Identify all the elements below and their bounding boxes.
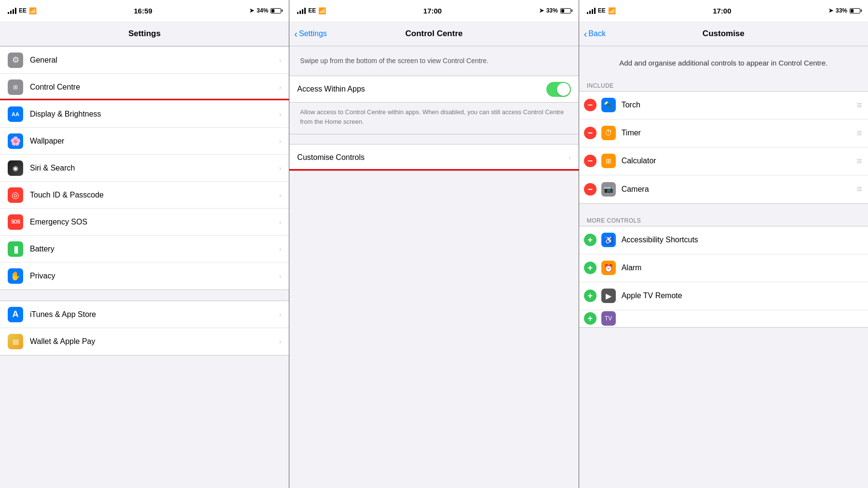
settings-list: ⚙ General › ⊞ Control Centre › AA Displa… — [0, 46, 289, 488]
status-left-1: EE 📶 — [8, 7, 37, 14]
location-icon-1: ➤ — [249, 7, 254, 14]
control-centre-label: Control Centre — [30, 83, 279, 92]
location-icon-2: ➤ — [539, 7, 544, 14]
wallet-label: Wallet & Apple Pay — [30, 337, 279, 346]
status-bar-2: EE 📶 17:00 ➤ 33% — [289, 0, 578, 21]
signal-icon-3 — [587, 7, 596, 14]
cc-back-label[interactable]: Settings — [299, 29, 327, 38]
appletv-add-btn[interactable]: + — [584, 290, 597, 302]
access-within-apps-toggle[interactable] — [546, 82, 571, 97]
appletv-icon: ▶ — [601, 289, 616, 303]
camera-remove-btn[interactable]: − — [584, 183, 597, 196]
status-bar-1: EE 📶 16:59 ➤ 34% — [0, 0, 289, 21]
status-bar-3: EE 📶 17:00 ➤ 33% — [579, 0, 868, 21]
accessibility-add-btn[interactable]: + — [584, 234, 597, 246]
cc-title: Control Centre — [405, 29, 462, 39]
siri-icon: ◉ — [8, 160, 23, 176]
back-chevron-3: ‹ — [584, 29, 587, 39]
timer-drag-handle[interactable]: ≡ — [856, 128, 862, 139]
settings-row-siri[interactable]: ◉ Siri & Search › — [0, 155, 289, 182]
general-chevron: › — [279, 56, 282, 64]
timer-label: Timer — [622, 129, 857, 137]
camera-drag-handle[interactable]: ≡ — [856, 184, 862, 195]
calculator-drag-handle[interactable]: ≡ — [856, 156, 862, 167]
cust-back-label[interactable]: Back — [588, 29, 606, 38]
signal-icon-2 — [297, 7, 306, 14]
cust-title: Customise — [703, 29, 745, 39]
back-chevron-2: ‹ — [294, 29, 298, 39]
siri-chevron: › — [279, 164, 282, 172]
calculator-remove-btn[interactable]: − — [584, 155, 597, 167]
carrier-3: EE — [598, 7, 606, 14]
settings-group-1: ⚙ General › ⊞ Control Centre › AA Displa… — [0, 46, 289, 290]
status-right-2: ➤ 33% — [539, 7, 571, 14]
settings-row-display[interactable]: AA Display & Brightness › — [0, 101, 289, 128]
timer-remove-btn[interactable]: − — [584, 127, 597, 139]
cc-customise-chevron: › — [569, 154, 571, 161]
wallpaper-label: Wallpaper — [30, 137, 279, 145]
control-centre-chevron: › — [279, 83, 282, 91]
cc-nav: ‹ Settings Control Centre — [289, 21, 578, 46]
cust-back-button[interactable]: ‹ Back — [584, 29, 606, 39]
status-right-3: ➤ 33% — [828, 7, 860, 14]
privacy-label: Privacy — [30, 272, 279, 280]
battery-icon-1 — [271, 8, 281, 13]
battery-icon-2 — [560, 8, 571, 13]
time-1: 16:59 — [134, 7, 152, 15]
privacy-chevron: › — [279, 272, 282, 280]
settings-row-wallet[interactable]: ▤ Wallet & Apple Pay › — [0, 328, 289, 355]
settings-row-privacy[interactable]: ✋ Privacy › — [0, 263, 289, 290]
cust-description: Add and organise additional controls to … — [579, 46, 868, 79]
torch-remove-btn[interactable]: − — [584, 99, 597, 111]
cc-customise-row[interactable]: Customise Controls › — [289, 144, 578, 171]
settings-row-itunes[interactable]: A iTunes & App Store › — [0, 301, 289, 328]
cc-description: Swipe up from the bottom of the screen t… — [289, 46, 578, 76]
settings-row-control-centre[interactable]: ⊞ Control Centre › — [0, 74, 289, 101]
partial-add-btn[interactable]: + — [584, 312, 597, 325]
wallpaper-chevron: › — [279, 137, 282, 145]
carrier-2: EE — [308, 7, 316, 14]
control-centre-screen: EE 📶 17:00 ➤ 33% ‹ Settings Control Cent… — [289, 0, 579, 488]
touchid-chevron: › — [279, 191, 282, 199]
status-left-2: EE 📶 — [297, 7, 326, 14]
settings-row-battery[interactable]: ▮ Battery › — [0, 236, 289, 263]
camera-icon: 📷 — [601, 182, 616, 197]
included-group: − 🔦 Torch ≡ − ⏱ Timer ≡ − ⊞ Calculator ≡ — [579, 91, 868, 204]
cc-toggle-block: Access Within Apps — [289, 76, 578, 103]
alarm-add-btn[interactable]: + — [584, 262, 597, 274]
settings-row-general[interactable]: ⚙ General › — [0, 47, 289, 74]
cust-nav: ‹ Back Customise — [579, 21, 868, 46]
cc-toggle-label: Access Within Apps — [297, 85, 546, 93]
wallet-chevron: › — [279, 338, 282, 345]
accessibility-label: Accessibility Shortcuts — [622, 236, 862, 244]
carrier-1: EE — [19, 7, 27, 14]
wallet-icon: ▤ — [8, 334, 23, 349]
general-label: General — [30, 56, 279, 65]
settings-nav: Settings — [0, 21, 289, 46]
privacy-icon: ✋ — [8, 268, 23, 284]
display-label: Display & Brightness — [30, 110, 279, 119]
cc-customise-label: Customise Controls — [297, 153, 569, 162]
cc-back-button[interactable]: ‹ Settings — [294, 29, 326, 39]
display-icon: AA — [8, 106, 23, 122]
control-centre-icon: ⊞ — [8, 79, 23, 95]
location-icon-3: ➤ — [828, 7, 833, 14]
battery-pct-3: 33% — [836, 7, 847, 14]
settings-row-sos[interactable]: SOS Emergency SOS › — [0, 209, 289, 236]
wifi-icon-1: 📶 — [29, 7, 37, 14]
time-3: 17:00 — [713, 7, 731, 15]
more-controls-header: MORE CONTROLS — [579, 213, 868, 226]
cust-row-calculator: − ⊞ Calculator ≡ — [579, 147, 868, 175]
calculator-label: Calculator — [622, 157, 857, 165]
itunes-icon: A — [8, 307, 23, 322]
torch-drag-handle[interactable]: ≡ — [856, 100, 862, 111]
settings-row-wallpaper[interactable]: 🌸 Wallpaper › — [0, 128, 289, 155]
accessibility-icon: ♿ — [601, 233, 616, 247]
cc-content: Swipe up from the bottom of the screen t… — [289, 46, 578, 488]
cust-row-accessibility: + ♿ Accessibility Shortcuts — [579, 226, 868, 254]
settings-title: Settings — [128, 29, 161, 39]
include-header: INCLUDE — [579, 79, 868, 91]
settings-row-touchid[interactable]: ◎ Touch ID & Passcode › — [0, 182, 289, 209]
control-centre-underline — [0, 99, 289, 100]
cust-row-timer: − ⏱ Timer ≡ — [579, 119, 868, 147]
